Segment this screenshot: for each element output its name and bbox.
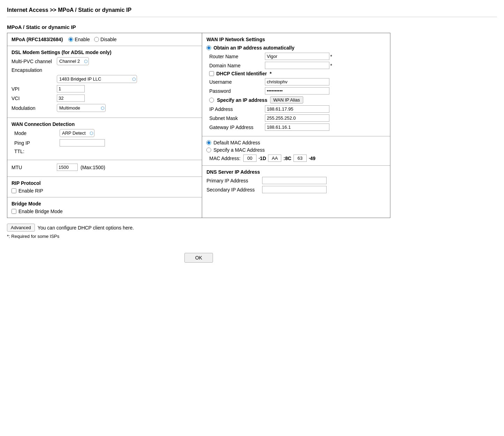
router-name-row: Router Name *: [206, 53, 386, 60]
encapsulation-select[interactable]: 1483 Bridged IP LLC 1483 Routed IP LLC P…: [57, 75, 137, 83]
mac-sep1: ·1D: [257, 156, 268, 161]
obtain-label: Obtain an IP address automatically: [213, 45, 294, 51]
bridge-header: Bridge Mode: [12, 201, 198, 206]
router-name-input[interactable]: [265, 53, 329, 60]
mac-sep3: ·49: [307, 156, 317, 161]
ip-address-input[interactable]: [265, 105, 329, 113]
mpoa-enable-label[interactable]: Enable: [68, 37, 90, 42]
rip-section: RIP Protocol Enable RIP: [7, 177, 202, 197]
specify-mac-radio[interactable]: [206, 148, 211, 152]
password-label: Password: [209, 88, 265, 94]
mac-address-row: MAC Address: ·1D :8C ·49: [206, 155, 386, 162]
bridge-enable-checkbox[interactable]: [12, 209, 16, 214]
mac-oct2-input[interactable]: [268, 155, 281, 162]
multi-pvc-select[interactable]: Channel 1 Channel 2 Channel 3: [57, 57, 89, 65]
subnet-mask-input[interactable]: [265, 114, 329, 122]
secondary-dns-row: Secondary IP Address: [206, 186, 386, 193]
vpi-input[interactable]: [57, 85, 85, 92]
default-mac-radio[interactable]: [206, 140, 211, 145]
mpoa-section: MPoA (RFC1483/2684) Enable Disable: [7, 33, 202, 46]
mac-oct1-input[interactable]: [243, 155, 257, 162]
gateway-ip-input[interactable]: [265, 123, 329, 131]
router-name-label: Router Name: [209, 54, 265, 59]
mode-row: Mode ARP Detect Ping Detect Always On ⬡: [12, 129, 198, 137]
subnet-mask-label: Subnet Mask: [209, 115, 265, 121]
gateway-ip-label: Gateway IP Address: [209, 125, 265, 130]
mpoa-disable-radio[interactable]: [94, 37, 99, 42]
mtu-row: MTU (Max:1500): [12, 164, 198, 171]
username-row: Username: [206, 78, 386, 85]
password-row: Password: [206, 87, 386, 95]
ip-address-label: IP Address: [209, 106, 265, 112]
primary-dns-input[interactable]: [262, 177, 327, 184]
multi-pvc-row: Multi-PVC channel Channel 1 Channel 2 Ch…: [12, 57, 198, 65]
rip-header: RIP Protocol: [12, 180, 198, 186]
dns-header: DNS Server IP Address: [206, 169, 386, 175]
ping-ip-label: Ping IP: [14, 140, 60, 146]
vci-input[interactable]: [57, 95, 85, 102]
modulation-label: Modulation: [12, 105, 57, 111]
secondary-dns-input[interactable]: [262, 186, 327, 193]
right-panel: WAN IP Network Settings Obtain an IP add…: [202, 33, 390, 218]
ok-section: OK: [7, 253, 390, 263]
encapsulation-select-row: 1483 Bridged IP LLC 1483 Routed IP LLC P…: [12, 75, 198, 83]
section-subtitle: MPoA / Static or dynamic IP: [7, 24, 497, 30]
primary-dns-label: Primary IP Address: [206, 178, 262, 183]
domain-name-star: *: [330, 63, 332, 68]
router-name-star: *: [330, 54, 332, 59]
main-table: MPoA (RFC1483/2684) Enable Disable: [7, 33, 390, 218]
bridge-enable-label[interactable]: Enable Bridge Mode: [12, 209, 198, 214]
advanced-note: You can configure DHCP client options he…: [38, 225, 134, 231]
mac-sep2: :8C: [282, 156, 292, 161]
dns-section: DNS Server IP Address Primary IP Address…: [202, 166, 390, 198]
specify-mac-row: Specify a MAC Address: [206, 147, 386, 153]
mac-section: Default MAC Address Specify a MAC Addres…: [202, 136, 390, 166]
ttl-label: TTL:: [14, 149, 60, 154]
dhcp-checkbox[interactable]: [209, 71, 214, 76]
mode-select[interactable]: ARP Detect Ping Detect Always On: [60, 129, 94, 137]
vci-label: VCI: [12, 96, 57, 101]
mtu-note: (Max:1500): [81, 165, 105, 170]
mtu-section: MTU (Max:1500): [7, 160, 202, 177]
gateway-ip-row: Gateway IP Address: [206, 123, 386, 131]
obtain-row: Obtain an IP address automatically: [206, 45, 386, 51]
dhcp-star: *: [270, 71, 272, 76]
dhcp-label: DHCP Client Identifier: [216, 71, 267, 76]
wan-ip-header: WAN IP Network Settings: [206, 37, 386, 42]
username-input[interactable]: [265, 78, 329, 85]
mpoa-disable-label[interactable]: Disable: [94, 37, 117, 42]
secondary-dns-label: Secondary IP Address: [206, 187, 262, 193]
mpoa-title: MPoA (RFC1483/2684): [12, 37, 63, 42]
modulation-select-wrapper: Multimode ADSL2+ ADSL2 ADSL ⬡: [57, 104, 106, 112]
bridge-section: Bridge Mode Enable Bridge Mode: [7, 197, 202, 218]
default-mac-label: Default MAC Address: [213, 140, 260, 145]
ok-button[interactable]: OK: [184, 253, 213, 263]
ping-ip-input[interactable]: [60, 139, 105, 146]
advanced-button[interactable]: Advanced: [7, 224, 35, 232]
multi-pvc-label: Multi-PVC channel: [12, 59, 57, 64]
specify-radio[interactable]: [209, 98, 214, 103]
modulation-select[interactable]: Multimode ADSL2+ ADSL2 ADSL: [57, 104, 106, 112]
ip-address-row: IP Address: [206, 105, 386, 113]
domain-name-input[interactable]: [265, 62, 329, 69]
rip-enable-checkbox[interactable]: [12, 188, 16, 193]
encapsulation-label: Encapsulation: [12, 67, 57, 73]
vpi-label: VPI: [12, 86, 57, 92]
domain-name-row: Domain Name *: [206, 62, 386, 69]
username-label: Username: [209, 79, 265, 85]
mpoa-enable-text: Enable: [75, 37, 90, 42]
mac-oct3-input[interactable]: [293, 155, 307, 162]
mpoa-enable-radio[interactable]: [68, 37, 73, 42]
mac-addr-label: MAC Address:: [209, 156, 240, 161]
wan-alias-button[interactable]: WAN IP Alias: [270, 96, 303, 104]
modulation-row: Modulation Multimode ADSL2+ ADSL2 ADSL ⬡: [12, 104, 198, 112]
rip-enable-label[interactable]: Enable RIP: [12, 188, 198, 194]
password-input[interactable]: [265, 87, 329, 95]
bottom-area: Advanced You can configure DHCP client o…: [7, 224, 390, 239]
ping-ip-row: Ping IP: [12, 139, 198, 146]
obtain-radio[interactable]: [206, 45, 211, 50]
mpoa-disable-text: Disable: [100, 37, 117, 42]
multi-pvc-select-wrapper: Channel 1 Channel 2 Channel 3 ⬡: [57, 57, 89, 65]
specify-mac-label: Specify a MAC Address: [213, 147, 265, 153]
mtu-input[interactable]: [57, 164, 78, 171]
